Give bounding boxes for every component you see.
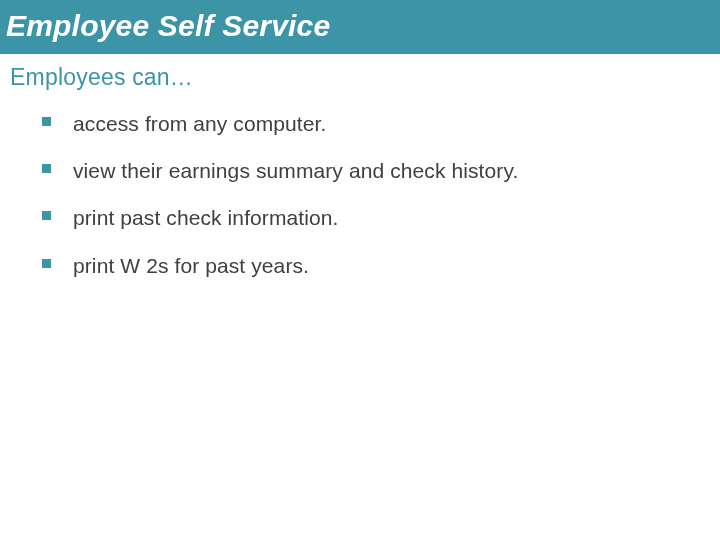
content-area: access from any computer. view their ear… xyxy=(0,91,720,278)
square-bullet-icon xyxy=(42,259,51,268)
list-item: print W 2s for past years. xyxy=(42,253,720,278)
subheading: Employees can… xyxy=(10,64,720,91)
bullet-text: print past check information. xyxy=(73,205,339,230)
bullet-text: access from any computer. xyxy=(73,111,326,136)
list-item: view their earnings summary and check hi… xyxy=(42,158,720,183)
square-bullet-icon xyxy=(42,164,51,173)
bullet-text: view their earnings summary and check hi… xyxy=(73,158,518,183)
header-band: Employee Self Service xyxy=(0,0,720,52)
page-title: Employee Self Service xyxy=(0,11,330,41)
list-item: access from any computer. xyxy=(42,111,720,136)
square-bullet-icon xyxy=(42,117,51,126)
list-item: print past check information. xyxy=(42,205,720,230)
bullet-text: print W 2s for past years. xyxy=(73,253,309,278)
bullet-list: access from any computer. view their ear… xyxy=(0,111,720,278)
square-bullet-icon xyxy=(42,211,51,220)
header-underline xyxy=(0,52,720,54)
